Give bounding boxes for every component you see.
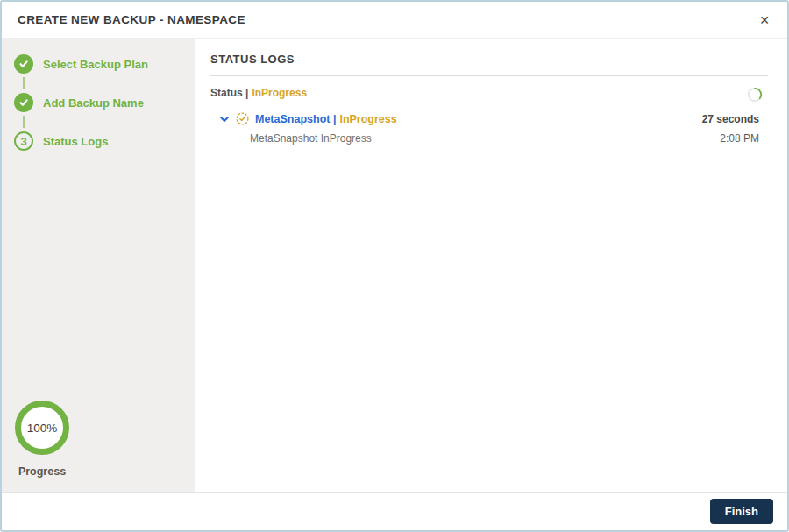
- dialog-body: Select Backup Plan Add Backup Name 3 Sta…: [2, 39, 787, 492]
- finish-button[interactable]: Finish: [710, 499, 773, 524]
- checkmark-icon: [18, 59, 29, 69]
- step-connector: [23, 116, 25, 128]
- log-entry-duration: 27 seconds: [702, 113, 759, 125]
- panel-heading: STATUS LOGS: [210, 53, 768, 76]
- log-entry-name: MetaSnapshot |: [255, 113, 336, 125]
- log-entry-detail-row: MetaSnapshot InProgress 2:08 PM: [210, 132, 768, 145]
- log-entry-row[interactable]: MetaSnapshot | InProgress 27 seconds: [210, 112, 768, 125]
- step-label: Select Backup Plan: [43, 58, 148, 71]
- log-entry-status: InProgress: [339, 113, 396, 125]
- status-prefix: Status |: [210, 87, 248, 99]
- step-select-backup-plan[interactable]: Select Backup Plan: [14, 54, 195, 74]
- step-add-backup-name[interactable]: Add Backup Name: [14, 93, 195, 112]
- chevron-down-icon[interactable]: [219, 114, 230, 124]
- checkmark-icon: [18, 97, 29, 108]
- dialog-footer: Finish: [2, 492, 787, 530]
- inprogress-check-icon: [236, 112, 249, 125]
- progress-indicator: 100% Progress: [14, 401, 70, 478]
- log-entry-time: 2:08 PM: [720, 132, 759, 145]
- log-entry-detail: MetaSnapshot InProgress: [250, 132, 372, 145]
- overall-status-row: Status |InProgress: [210, 87, 768, 103]
- step-label: Add Backup Name: [43, 96, 144, 110]
- dialog-header: CREATE NEW BACKUP - NAMESPACE ✕: [2, 2, 787, 39]
- step-label: Status Logs: [43, 135, 108, 148]
- step-number-icon: 3: [14, 131, 33, 151]
- progress-ring: 100%: [15, 401, 69, 455]
- progress-label: Progress: [14, 465, 70, 478]
- stepper-sidebar: Select Backup Plan Add Backup Name 3 Sta…: [2, 39, 195, 492]
- progress-percent: 100%: [27, 422, 58, 435]
- step-complete-icon: [14, 54, 33, 74]
- step-complete-icon: [14, 93, 33, 112]
- status-logs-panel: STATUS LOGS Status |InProgress: [195, 39, 787, 492]
- step-status-logs[interactable]: 3 Status Logs: [14, 131, 195, 151]
- status-value: InProgress: [252, 87, 307, 99]
- log-entry-left: MetaSnapshot | InProgress: [219, 112, 397, 125]
- create-backup-dialog: CREATE NEW BACKUP - NAMESPACE ✕ Select B…: [0, 0, 789, 532]
- step-connector: [23, 77, 25, 89]
- loading-spinner-icon: [747, 87, 763, 103]
- close-icon[interactable]: ✕: [757, 12, 771, 28]
- dialog-title: CREATE NEW BACKUP - NAMESPACE: [18, 13, 245, 26]
- overall-status-text: Status |InProgress: [210, 87, 307, 99]
